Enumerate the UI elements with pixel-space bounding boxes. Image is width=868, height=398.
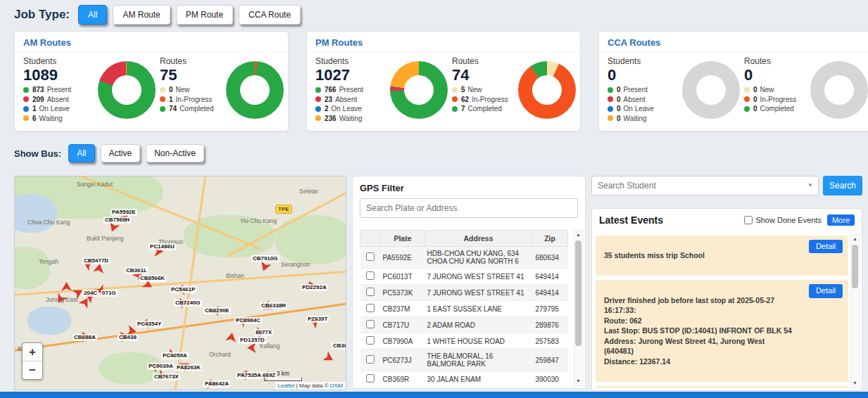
gps-table-row[interactable]: PC6013T 7 JURONG WEST STREET 41 649414 <box>360 269 568 285</box>
bus-marker-icon[interactable] <box>225 332 237 344</box>
bus-plate-label: PD2292A <box>301 284 328 291</box>
row-checkbox[interactable] <box>366 320 375 328</box>
bus-plate-label: 204C <box>82 290 99 297</box>
student-search-select[interactable]: ▼ <box>591 176 819 195</box>
legend-item: 5 New <box>452 86 514 94</box>
zip-cell: 649414 <box>532 269 568 285</box>
gps-table-row[interactable]: CB369R 30 JALAN ENAM 390030 <box>360 371 568 387</box>
detail-button[interactable]: Detail <box>809 284 843 297</box>
event-item: Driver finished job before last stop at … <box>596 280 848 381</box>
legend-value: 873 <box>32 86 44 94</box>
legend-item: 74 Completed <box>160 105 222 113</box>
gps-table-row[interactable]: CB237M 1 EAST SUSSEX LANE 279795 <box>360 301 568 317</box>
legend-label: Present <box>339 86 363 94</box>
more-button[interactable]: More <box>827 214 855 226</box>
osm-link[interactable]: OSM <box>330 383 343 389</box>
bus-plate-label: PC8984C <box>234 317 262 324</box>
detail-button[interactable]: Detail <box>809 240 843 253</box>
gps-table-row[interactable]: PC6273J THE BALMORAL, 16 BALMORAL PARK 2… <box>360 349 568 371</box>
job-type-filter-button[interactable]: AM Route <box>113 5 170 25</box>
gps-table-row[interactable]: PA5592E HDB-CHOA CHU KANG, 634 CHOA CHU … <box>360 247 568 269</box>
routes-legend: 0 New 1 In-Progress 74 Completed <box>160 86 222 113</box>
gps-table-scrollbar[interactable]: ▲ ▼ <box>574 230 583 386</box>
show-bus-label: Show Bus: <box>14 148 61 159</box>
row-checkbox[interactable] <box>366 336 375 345</box>
legend-dot <box>744 106 750 112</box>
gps-table-row[interactable]: CB7990A 1 WHITE HOUSE ROAD 257583 <box>360 333 568 349</box>
bus-marker-icon[interactable] <box>321 350 335 364</box>
legend-dot <box>315 115 321 121</box>
legend-dot <box>744 87 750 93</box>
legend-label: Absent <box>624 96 646 103</box>
job-type-filter-button[interactable]: CCA Route <box>239 5 301 25</box>
bus-plate-label: PC4354Y <box>136 321 163 328</box>
scroll-down-arrow[interactable]: ▼ <box>576 377 581 385</box>
events-scrollbar[interactable]: ▲ ▼ <box>850 234 860 388</box>
scroll-up-arrow[interactable]: ▲ <box>853 235 857 243</box>
bus-plate-label: CB688A <box>73 334 97 341</box>
student-search-input[interactable] <box>591 176 819 195</box>
search-button[interactable]: Search <box>823 176 862 195</box>
bus-marker-icon[interactable] <box>247 342 258 353</box>
legend-value: 0 <box>169 86 173 94</box>
student-search-bar: ▼ Search <box>591 176 862 195</box>
map-place-label: Bukit Panjang <box>87 235 123 242</box>
row-checkbox[interactable] <box>366 271 375 280</box>
scroll-down-arrow[interactable]: ▼ <box>853 379 857 387</box>
gps-table-row[interactable]: CB717U 2 ADAM ROAD 289876 <box>360 317 568 333</box>
job-type-filter-button[interactable]: PM Route <box>176 5 233 25</box>
legend-value: 74 <box>169 105 177 113</box>
job-type-filter-button[interactable]: All <box>78 5 107 25</box>
show-bus-filter-button[interactable]: Active <box>101 144 141 162</box>
show-done-events-checkbox[interactable] <box>744 216 753 224</box>
scroll-thumb[interactable] <box>575 240 581 346</box>
zoom-out-button[interactable]: − <box>23 361 42 379</box>
routes-total: 0 <box>744 67 806 84</box>
events-header: Latest Events Show Done Events More <box>592 209 862 230</box>
events-list: 35 students miss trip School Detail Driv… <box>596 236 848 388</box>
scroll-thumb[interactable] <box>852 245 858 288</box>
students-total: 1027 <box>315 67 386 84</box>
pm-routes-panel: PM Routes Students 1027 766 Present 23 A… <box>306 31 581 131</box>
map-place-label: Bishan <box>226 272 244 279</box>
legend-label: Present <box>47 86 71 94</box>
row-checkbox[interactable] <box>366 374 375 383</box>
legend-label: In-Progress <box>176 96 213 103</box>
show-bus-bar: Show Bus: All Active Non-Active <box>14 144 204 162</box>
legend-value: 0 <box>617 105 621 113</box>
row-checkbox[interactable] <box>366 252 375 261</box>
gps-search-input[interactable] <box>360 198 578 218</box>
bus-plate-label: CB6338R <box>260 302 287 309</box>
bus-plate-label: CB5477D <box>82 257 110 264</box>
plate-column-header: Plate <box>381 231 425 247</box>
bus-map[interactable]: PA5592E CB7560H PC1486U CB5477D CB7910G … <box>14 176 346 390</box>
legend-label: Waiting <box>339 115 363 122</box>
gps-table-row[interactable]: PC5373K 7 JURONG WEST STREET 41 649414 <box>360 285 568 301</box>
show-bus-filter-button[interactable]: All <box>68 144 94 162</box>
routes-donut-chart <box>518 61 576 119</box>
bus-plate-label: PC9039A <box>147 363 175 370</box>
bus-plate-label: 071G <box>101 290 118 297</box>
legend-dot <box>160 87 165 93</box>
event-text: 35 students miss trip School <box>604 251 705 259</box>
show-bus-filter-button[interactable]: Non-Active <box>146 144 204 162</box>
row-checkbox[interactable] <box>366 355 375 364</box>
panel-title: PM Routes <box>307 32 580 53</box>
legend-label: Waiting <box>624 115 647 122</box>
plate-cell: PC6013T <box>381 269 425 285</box>
legend-value: 0 <box>617 86 621 94</box>
zoom-in-button[interactable]: + <box>23 343 42 361</box>
row-checkbox[interactable] <box>366 304 375 312</box>
legend-label: In-Progress <box>472 96 508 103</box>
legend-dot <box>608 96 613 102</box>
legend-label: Absent <box>335 96 357 103</box>
bus-plate-label: PZ639T <box>306 316 329 323</box>
legend-value: 209 <box>32 96 44 103</box>
bus-marker-icon[interactable] <box>93 263 105 275</box>
scroll-up-arrow[interactable]: ▲ <box>576 231 581 239</box>
legend-label: New <box>176 86 190 94</box>
zip-cell: 390030 <box>532 371 568 387</box>
legend-item: 766 Present <box>315 86 386 94</box>
leaflet-link[interactable]: Leaflet <box>278 383 295 389</box>
row-checkbox[interactable] <box>366 288 375 296</box>
